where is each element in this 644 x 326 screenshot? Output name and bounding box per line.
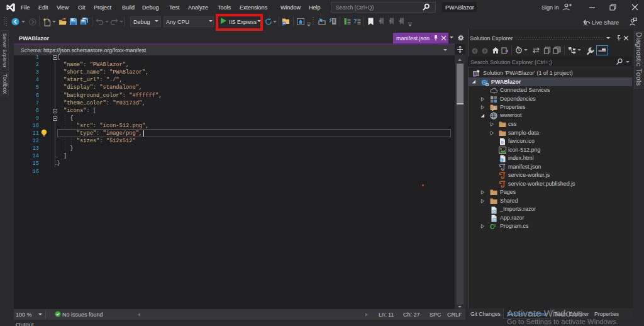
svg-text:#: #: [494, 223, 496, 228]
svg-text:@: @: [492, 208, 497, 214]
svg-text:@: @: [492, 216, 497, 222]
svg-text:?: ?: [353, 18, 357, 24]
